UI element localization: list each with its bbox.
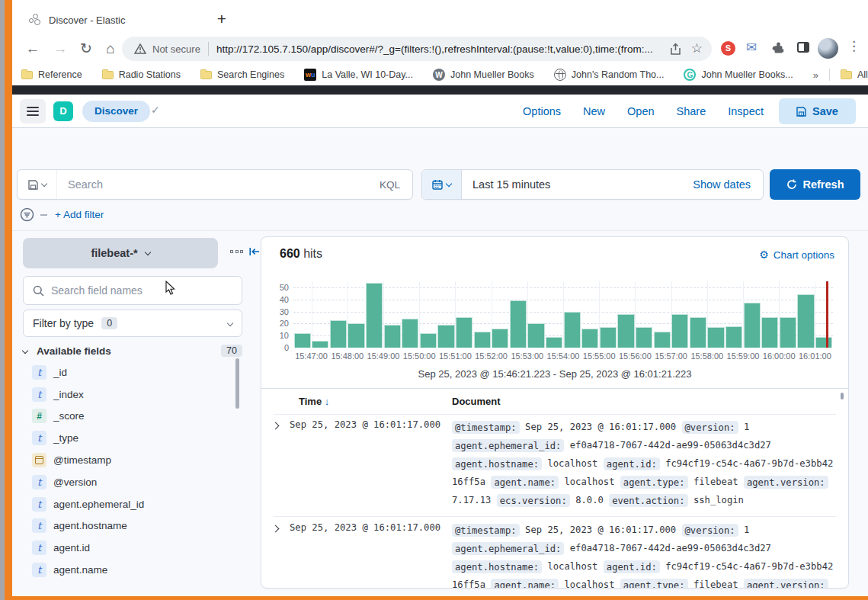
toolbar-link-share[interactable]: Share — [677, 105, 706, 117]
field-item[interactable]: tagent.name — [23, 559, 242, 581]
save-button[interactable]: Save — [779, 98, 856, 124]
chevron-down-icon — [227, 320, 233, 326]
bookmarks-divider — [829, 69, 830, 81]
bookmark-item[interactable]: Radio Stations — [102, 69, 181, 80]
column-header-document[interactable]: Document — [452, 396, 501, 407]
field-item[interactable]: tagent.hostname — [23, 515, 242, 537]
field-item[interactable]: t_index — [23, 383, 242, 406]
extensions-puzzle-icon[interactable] — [772, 42, 785, 55]
row-document[interactable]: @timestamp: Sep 25, 2023 @ 16:01:17.000 … — [452, 418, 834, 509]
histogram-bar — [671, 314, 688, 348]
sort-descending-icon[interactable]: ↓ — [325, 396, 330, 407]
field-value: filebeat — [693, 476, 738, 487]
field-key-badge: agent.id: — [604, 457, 660, 470]
expand-row-icon[interactable] — [272, 422, 280, 430]
sidebar-scrollbar[interactable] — [235, 358, 239, 409]
y-tick-label: 40 — [269, 295, 289, 304]
field-key-badge: agent.hostname: — [452, 560, 542, 573]
menu-hamburger-icon[interactable] — [20, 99, 46, 124]
chart-options-button[interactable]: ⚙ Chart options — [759, 249, 834, 261]
bookmark-item[interactable]: GJohn Mueller Books... — [684, 69, 793, 81]
kebab-menu-icon[interactable]: ⋮ — [847, 38, 860, 54]
field-item[interactable]: t@version — [23, 471, 242, 493]
query-language-button[interactable]: KQL — [367, 179, 412, 191]
field-item[interactable]: #_score — [23, 406, 242, 428]
bookmarks-overflow-icon[interactable]: » — [813, 69, 818, 81]
field-item[interactable]: tagent.id — [23, 537, 242, 559]
index-pattern-switcher[interactable]: filebeat-* — [23, 238, 218, 268]
string-field-icon: t — [32, 518, 46, 533]
toolbar-link-open[interactable]: Open — [627, 105, 654, 117]
date-picker[interactable]: Last 15 minutes Show dates — [421, 169, 764, 200]
expand-row-icon[interactable] — [272, 525, 280, 533]
field-item[interactable]: t_id — [23, 361, 242, 383]
bookmark-item[interactable]: wuLa Valle, WI 10-Day... — [304, 69, 413, 81]
bookmark-item[interactable]: John's Random Tho... — [554, 69, 665, 81]
show-dates-link[interactable]: Show dates — [693, 178, 763, 191]
toolbar-link-inspect[interactable]: Inspect — [728, 105, 764, 117]
share-icon[interactable] — [669, 43, 682, 56]
minimize-button[interactable] — [761, 2, 797, 32]
field-settings-icon[interactable] — [230, 250, 243, 253]
maximize-button[interactable] — [797, 2, 833, 32]
collapse-sidebar-icon[interactable] — [248, 246, 260, 257]
side-panel-icon[interactable] — [797, 42, 809, 53]
toolbar-link-new[interactable]: New — [583, 105, 605, 117]
space-badge[interactable]: D — [53, 101, 73, 121]
row-document[interactable]: @timestamp: Sep 25, 2023 @ 16:01:17.000 … — [452, 521, 834, 589]
forward-icon[interactable]: → — [49, 37, 72, 60]
column-header-time[interactable]: Time ↓ — [299, 396, 329, 407]
histogram-bar — [330, 320, 347, 348]
table-scrollbar[interactable] — [841, 393, 844, 399]
date-picker-calendar-icon[interactable] — [422, 170, 462, 199]
home-icon[interactable]: ⌂ — [99, 37, 122, 60]
available-fields-header[interactable]: Available fields 70 — [23, 345, 242, 357]
back-icon[interactable]: ← — [21, 37, 44, 60]
toolbar-link-options[interactable]: Options — [523, 105, 561, 117]
field-item[interactable]: t_type — [23, 427, 242, 449]
string-field-icon: t — [32, 365, 46, 380]
extension-s-icon[interactable]: S — [721, 41, 735, 56]
field-key-badge: agent.type: — [620, 476, 688, 489]
histogram-bar — [510, 300, 527, 348]
all-bookmarks-button[interactable]: All Bookmarks — [841, 69, 868, 80]
add-filter-link[interactable]: + Add filter — [55, 209, 104, 220]
histogram-bar — [690, 317, 706, 348]
bookmark-item[interactable]: Reference — [21, 69, 82, 80]
browser-tab[interactable]: Discover - Elastic — [20, 6, 201, 34]
elastic-favicon-icon — [29, 14, 42, 27]
address-bar[interactable]: Not secure http://172.105.7.150/app/disc… — [122, 37, 712, 61]
refresh-button[interactable]: Refresh — [770, 169, 860, 200]
tab-search-chevron-icon[interactable] — [725, 2, 761, 32]
time-range-value[interactable]: Last 15 minutes — [472, 178, 693, 191]
wordpress-favicon-icon: W — [433, 69, 445, 81]
saved-query-menu-icon[interactable] — [18, 170, 57, 199]
save-floppy-icon — [796, 107, 806, 117]
string-field-icon: t — [32, 541, 46, 555]
histogram-bar — [797, 294, 814, 348]
field-item[interactable]: @timestamp — [23, 449, 242, 471]
tab-close-icon[interactable] — [180, 13, 194, 27]
new-tab-button[interactable]: + — [212, 9, 232, 29]
reload-icon[interactable]: ↻ — [75, 37, 98, 60]
field-item[interactable]: tagent.ephemeral_id — [23, 493, 242, 515]
filter-dash — [40, 214, 47, 216]
browser-window: Discover - Elastic + ← → ↻ ⌂ Not secure … — [5, 0, 868, 600]
bookmark-item[interactable]: WJohn Mueller Books — [433, 69, 534, 81]
close-button[interactable] — [833, 2, 868, 32]
query-input[interactable]: Search KQL — [17, 169, 413, 200]
histogram-bar — [348, 323, 364, 348]
field-search-input[interactable]: Search field names — [23, 276, 242, 305]
bookmark-item[interactable]: Search Engines — [200, 69, 284, 80]
bookmarks-bar: ReferenceRadio StationsSearch EngineswuL… — [12, 64, 868, 85]
filter-settings-icon[interactable] — [20, 207, 34, 222]
filter-by-type-dropdown[interactable]: Filter by type 0 — [23, 310, 242, 337]
profile-avatar[interactable] — [818, 38, 838, 59]
y-tick-label: 20 — [269, 319, 289, 328]
extension-mail-icon[interactable]: ✉ — [746, 40, 757, 56]
breadcrumb-discover[interactable]: Discover — [82, 101, 150, 122]
bookmark-star-icon[interactable]: ☆ — [691, 43, 703, 55]
breadcrumb-check-icon[interactable]: ✓ — [151, 104, 160, 116]
url-text[interactable]: http://172.105.7.150/app/discover#/?_g=(… — [216, 43, 660, 55]
field-key-badge: @version: — [682, 524, 738, 537]
